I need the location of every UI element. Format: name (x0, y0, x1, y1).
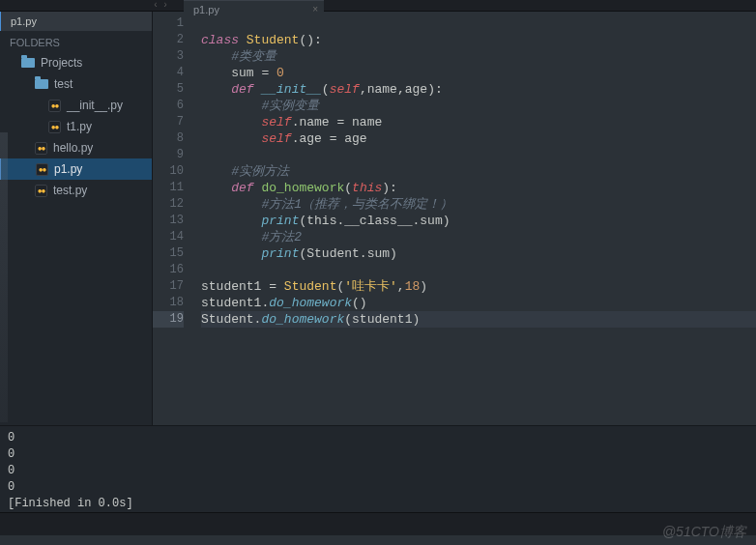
nav-arrows: ‹ › (153, 0, 168, 10)
python-file-icon: ●● (35, 142, 47, 155)
code-line[interactable] (201, 147, 756, 163)
console-line: 0 (8, 446, 748, 463)
line-number: 6 (153, 98, 184, 114)
sidebar: p1.py FOLDERS Projectstest●●__init__.py●… (0, 12, 153, 425)
code-line[interactable]: student1.do_homework() (201, 295, 756, 311)
line-number: 17 (153, 278, 184, 295)
folder-icon (21, 58, 35, 68)
file-tree: Projectstest●●__init__.py●●t1.py●●hello.… (0, 52, 152, 201)
line-number: 3 (153, 48, 184, 65)
line-number: 13 (153, 213, 184, 229)
tree-item-p1-py[interactable]: ●●p1.py (0, 158, 152, 180)
tree-item-label: t1.py (67, 120, 92, 133)
sidebar-header: FOLDERS (0, 31, 152, 52)
code-line[interactable]: self.age = age (201, 130, 756, 147)
tree-item-test-py[interactable]: ●●test.py (0, 180, 152, 201)
editor-pane: p1.py × 12345678910111213141516171819 cl… (153, 12, 756, 425)
line-number: 11 (153, 180, 184, 196)
code-line[interactable]: print(this.__class__.sum) (201, 213, 756, 229)
code-line[interactable]: #方法1（推荐，与类名不绑定！） (201, 196, 756, 213)
line-number: 4 (153, 65, 184, 81)
code-line[interactable]: def do_homework(this): (201, 180, 756, 196)
python-file-icon: ●● (35, 185, 47, 197)
line-number: 7 (153, 114, 184, 130)
code-line[interactable]: print(Student.sum) (201, 245, 756, 262)
gutter: 12345678910111213141516171819 (153, 12, 193, 425)
code-line[interactable]: sum = 0 (201, 65, 756, 81)
line-number: 15 (153, 245, 184, 262)
code-line[interactable]: student1 = Student('哇卡卡',18) (201, 278, 756, 295)
image-border-artifact (0, 132, 8, 422)
code-line[interactable] (201, 15, 756, 32)
python-file-icon: ●● (48, 121, 61, 133)
title-bar: ‹ › (0, 0, 756, 12)
tree-item-label: Projects (41, 56, 82, 70)
code-line[interactable]: #实例变量 (201, 98, 756, 114)
python-file-icon: ●● (36, 163, 48, 176)
console-line: 0 (8, 463, 748, 479)
code-line[interactable]: self.name = name (201, 114, 756, 130)
code-line[interactable]: #方法2 (201, 229, 756, 245)
code-line[interactable]: def __init__(self,name,age): (201, 81, 756, 98)
status-bar (0, 512, 756, 535)
sidebar-tab[interactable]: p1.py (0, 12, 152, 31)
line-number: 8 (153, 130, 184, 147)
line-number: 10 (153, 163, 184, 180)
watermark: @51CTO博客 (662, 524, 746, 541)
code-line[interactable]: class Student(): (201, 32, 756, 48)
line-number: 18 (153, 295, 184, 311)
tree-item-t1-py[interactable]: ●●t1.py (0, 116, 152, 137)
code-line[interactable]: Student.do_homework(student1) (201, 311, 756, 328)
tree-item-label: test.py (53, 184, 87, 197)
tree-item-hello-py[interactable]: ●●hello.py (0, 137, 152, 158)
tree-item-label: __init__.py (67, 99, 123, 112)
main-area: p1.py FOLDERS Projectstest●●__init__.py●… (0, 12, 756, 425)
chevron-left-icon[interactable]: ‹ (153, 0, 159, 11)
tree-item-Projects[interactable]: Projects (0, 52, 152, 73)
console-line: 0 (8, 430, 748, 446)
python-file-icon: ●● (48, 100, 61, 112)
line-number: 19 (153, 311, 184, 328)
chevron-right-icon[interactable]: › (162, 0, 168, 11)
line-number: 12 (153, 196, 184, 213)
console-line: [Finished in 0.0s] (8, 496, 748, 512)
line-number: 5 (153, 81, 184, 98)
tree-item-label: hello.py (53, 141, 93, 155)
folder-icon (35, 79, 48, 89)
output-console: 0000[Finished in 0.0s] (0, 425, 756, 512)
tree-item-label: test (54, 77, 73, 91)
line-number: 14 (153, 229, 184, 245)
line-number: 1 (153, 15, 184, 32)
tree-item-__init__-py[interactable]: ●●__init__.py (0, 95, 152, 116)
line-number: 16 (153, 262, 184, 278)
tree-item-label: p1.py (54, 162, 82, 176)
code-line[interactable]: #实例方法 (201, 163, 756, 180)
tree-item-test[interactable]: test (0, 73, 152, 95)
code-area[interactable]: class Student(): #类变量 sum = 0 def __init… (193, 12, 756, 425)
console-line: 0 (8, 479, 748, 496)
code-line[interactable]: #类变量 (201, 48, 756, 65)
line-number: 9 (153, 147, 184, 163)
line-number: 2 (153, 32, 184, 48)
code-line[interactable] (201, 262, 756, 278)
editor[interactable]: 12345678910111213141516171819 class Stud… (153, 12, 756, 425)
